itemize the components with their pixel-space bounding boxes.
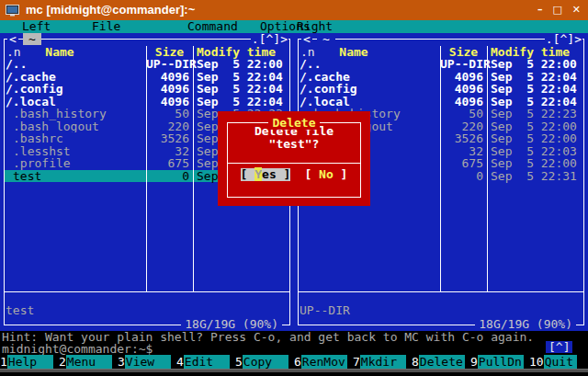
fkey-label: RenMov (301, 355, 347, 369)
path-tab-active[interactable]: ~ (23, 33, 41, 45)
shell-prompt[interactable]: midnight@commander:~$ (2, 343, 586, 355)
free-space-indicator: 18G/19G (90%) (181, 318, 282, 331)
file-name: /.local (6, 96, 143, 108)
file-row[interactable]: /.cache4096Sep 5 22:04 (299, 71, 583, 84)
file-row[interactable]: /.config4096Sep 5 22:04 (5, 83, 289, 96)
file-mtime: Sep 5 22:00 (491, 157, 577, 170)
file-size: 4096 (146, 96, 192, 108)
fkey-number: 4 (176, 355, 184, 369)
file-size: 4096 (440, 96, 486, 108)
fkey-number: 6 (294, 355, 301, 369)
file-mtime: Sep 5 22:04 (197, 83, 283, 96)
menu-right[interactable]: Right (297, 20, 333, 33)
path-tab[interactable]: ~ (317, 33, 335, 45)
file-size: 220 (146, 120, 192, 133)
fkey-3-button[interactable]: 3View (118, 355, 176, 369)
file-row[interactable]: /.local4096Sep 5 22:04 (299, 96, 583, 108)
menu-file[interactable]: File (92, 20, 120, 33)
fkey-7-button[interactable]: 7Mkdir (353, 355, 412, 369)
fkey-2-button[interactable]: 2Menu (59, 355, 118, 369)
file-mtime: Sep 5 22:04 (197, 71, 283, 84)
fkey-6-button[interactable]: 6RenMov (294, 355, 353, 369)
file-size: 675 (146, 157, 192, 170)
fkey-5-button[interactable]: 5Copy (235, 355, 294, 369)
delete-dialog: Delete Delete file "test"? [ Yes ] [ No … (218, 111, 370, 206)
file-size: 675 (440, 157, 486, 170)
scroll-up-marker[interactable]: [^] (546, 341, 572, 353)
fkey-label: Mkdir (360, 355, 406, 369)
fkey-label: View (125, 355, 171, 369)
function-key-bar: 1Help2Menu3View4Edit5Copy6RenMov7Mkdir8D… (0, 355, 588, 369)
file-size: 3526 (440, 132, 486, 145)
fkey-9-button[interactable]: 9PullDn (470, 355, 529, 369)
column-header-name[interactable]: Name (322, 46, 386, 59)
history-back-marker[interactable]: < (301, 33, 312, 45)
file-mtime: Sep 5 22:31 (491, 170, 577, 183)
file-name: test (13, 170, 151, 183)
fkey-1-button[interactable]: 1Help (0, 355, 59, 369)
minimize-icon[interactable]: – (537, 4, 543, 17)
fkey-label: PullDn (478, 355, 524, 369)
history-back-marker[interactable]: < (7, 33, 18, 45)
dialog-buttons: [ Yes ] [ No ] (228, 163, 360, 197)
panel-up-marker[interactable]: .[^]> (251, 33, 288, 45)
file-size: UP--DIR (440, 58, 486, 71)
fkey-label: Copy (243, 355, 288, 369)
file-name: /.cache (300, 71, 437, 84)
file-name: /.config (300, 83, 437, 96)
file-size: UP--DIR (146, 58, 192, 71)
file-name: /.config (6, 83, 143, 96)
mini-status-separator (299, 291, 583, 292)
file-name: .bash_history (13, 108, 151, 120)
column-divider (146, 46, 147, 291)
panel-up-marker[interactable]: .[^]> (545, 33, 582, 45)
file-name: /.. (6, 58, 143, 71)
file-size: 0 (440, 170, 486, 183)
fkey-label: Help (7, 355, 53, 369)
menu-command[interactable]: Command (187, 20, 238, 33)
fkey-8-button[interactable]: 8Delete (412, 355, 470, 369)
close-icon[interactable]: ✕ (572, 4, 581, 17)
window-titlebar[interactable]: mc [midnight@commander]:~ – □ ✕ (0, 0, 588, 20)
file-name: /.. (300, 58, 437, 71)
fkey-number: 1 (0, 355, 7, 369)
yes-button[interactable]: [ Yes ] (241, 168, 291, 181)
file-mtime: Sep 5 22:23 (491, 108, 577, 120)
file-mtime: Sep 5 22:04 (491, 83, 577, 96)
file-size: 50 (146, 108, 192, 120)
yes-hotkey: Y (254, 167, 262, 181)
file-row[interactable]: /..UP--DIRSep 5 22:00 (5, 58, 289, 71)
file-row[interactable]: /.config4096Sep 5 22:04 (299, 83, 583, 96)
no-button[interactable]: [ No ] (304, 168, 347, 181)
fkey-label: Menu (66, 355, 112, 369)
dialog-title: Delete (228, 117, 360, 130)
file-row[interactable]: /.local4096Sep 5 22:04 (5, 96, 289, 108)
file-size: 32 (146, 145, 192, 158)
file-mtime: Sep 5 22:00 (491, 58, 577, 71)
menu-bar: Left File Command Options Right (0, 20, 588, 33)
fkey-number: 9 (470, 355, 478, 369)
file-size: 4096 (440, 83, 486, 96)
window-bottom-edge (0, 369, 588, 372)
fkey-4-button[interactable]: 4Edit (176, 355, 235, 369)
fkey-number: 8 (412, 355, 419, 369)
column-header-name[interactable]: Name (28, 46, 92, 59)
file-name: .profile (13, 157, 151, 170)
fkey-number: 2 (59, 355, 66, 369)
file-size: 32 (440, 145, 486, 158)
fkey-10-button[interactable]: 10Quit (529, 355, 588, 369)
file-size: 0 (146, 170, 192, 183)
file-name: .lesshst (13, 145, 151, 158)
menu-left[interactable]: Left (22, 20, 51, 33)
file-row[interactable]: /..UP--DIRSep 5 22:00 (299, 58, 583, 71)
dialog-frame: Delete Delete file "test"? [ Yes ] [ No … (227, 122, 361, 198)
terminal-icon (6, 5, 19, 17)
file-mtime: Sep 5 22:00 (491, 132, 577, 145)
maximize-icon[interactable]: □ (552, 4, 561, 17)
mini-status-separator (5, 291, 289, 292)
sort-indicator[interactable]: .n (6, 46, 21, 59)
sort-indicator[interactable]: .n (300, 46, 315, 59)
fkey-number: 5 (235, 355, 243, 369)
file-name: .bashrc (13, 132, 151, 145)
file-row[interactable]: /.cache4096Sep 5 22:04 (5, 71, 289, 84)
